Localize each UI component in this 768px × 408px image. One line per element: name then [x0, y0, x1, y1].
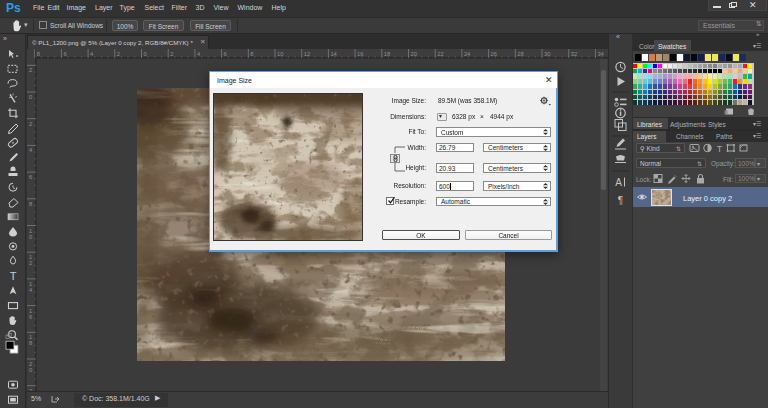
svg-text:4: 4 — [197, 51, 201, 57]
svg-text:22: 22 — [437, 51, 443, 57]
svg-text:8: 8 — [29, 201, 32, 207]
svg-text:8: 8 — [37, 51, 40, 57]
svg-text:4: 4 — [90, 51, 94, 57]
svg-text:16: 16 — [357, 51, 363, 57]
svg-text:2: 2 — [29, 260, 32, 266]
svg-text:6: 6 — [29, 314, 32, 320]
svg-text:34: 34 — [597, 51, 604, 57]
svg-text:¶: ¶ — [618, 195, 623, 206]
svg-text:2: 2 — [29, 121, 32, 127]
svg-text:28: 28 — [517, 51, 523, 57]
svg-text:2: 2 — [117, 51, 120, 57]
svg-text:30: 30 — [544, 51, 550, 57]
svg-text:26: 26 — [491, 51, 497, 57]
svg-text:6: 6 — [224, 51, 227, 57]
svg-text:8: 8 — [29, 340, 32, 346]
svg-text:24: 24 — [464, 51, 471, 57]
svg-text:4: 4 — [29, 147, 33, 153]
svg-text:2: 2 — [29, 67, 32, 73]
svg-text:2: 2 — [170, 51, 173, 57]
svg-text:6: 6 — [63, 51, 66, 57]
svg-text:10: 10 — [277, 51, 283, 57]
svg-text:18: 18 — [384, 51, 390, 57]
svg-text:20: 20 — [411, 51, 417, 57]
svg-text:0: 0 — [29, 94, 32, 100]
svg-text:14: 14 — [330, 51, 337, 57]
svg-text:A: A — [615, 177, 622, 188]
svg-text:T: T — [10, 270, 17, 282]
svg-text:T: T — [717, 144, 723, 154]
svg-text:8: 8 — [250, 51, 253, 57]
svg-text:0: 0 — [144, 51, 147, 57]
svg-text:32: 32 — [571, 51, 577, 57]
svg-text:12: 12 — [304, 51, 310, 57]
svg-text:0: 0 — [29, 234, 32, 240]
svg-text:0: 0 — [29, 367, 32, 373]
svg-text:6: 6 — [29, 174, 32, 180]
svg-text:4: 4 — [29, 287, 33, 293]
